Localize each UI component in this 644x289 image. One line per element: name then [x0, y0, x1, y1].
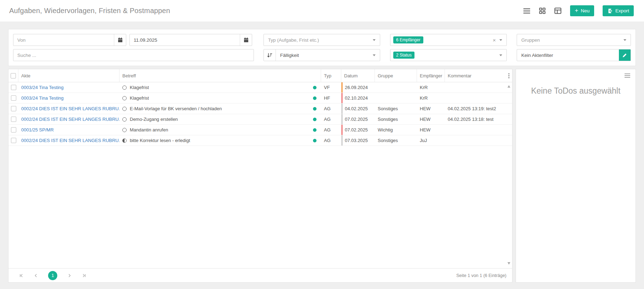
- betreff-cell: Mandantin anrufen: [120, 127, 321, 132]
- export-icon: [607, 8, 613, 14]
- akte-link[interactable]: 0002/24 DIES IST EIN SEHR LANGES RUBRU..…: [21, 117, 120, 122]
- row-checkbox[interactable]: [11, 138, 16, 143]
- column-header-betreff[interactable]: Betreff: [120, 69, 321, 82]
- betreff-text: Demo-Zugang erstellen: [130, 117, 178, 122]
- status-dot: [313, 96, 317, 100]
- datum-cell: 26.09.2024: [341, 82, 375, 93]
- panel-layout-button[interactable]: [554, 7, 562, 14]
- gruppe-cell: Wichtig: [375, 127, 417, 132]
- status-dot: [313, 86, 317, 89]
- row-checkbox[interactable]: [11, 117, 16, 122]
- task-state-icon: [122, 138, 127, 143]
- current-page-badge[interactable]: 1: [48, 271, 57, 280]
- row-checkbox[interactable]: [11, 85, 16, 90]
- next-page-button[interactable]: [67, 273, 72, 278]
- gruppen-select[interactable]: Gruppen: [517, 34, 631, 46]
- table-row[interactable]: 0002/24 DIES IST EIN SEHR LANGES RUBRU..…: [8, 135, 512, 146]
- task-state-icon: [122, 107, 127, 111]
- row-checkbox[interactable]: [11, 127, 16, 132]
- neu-button[interactable]: + Neu: [570, 5, 594, 16]
- betreff-text: Mandantin anrufen: [130, 127, 168, 132]
- search-input[interactable]: [13, 53, 254, 58]
- column-header-akte[interactable]: Akte: [18, 69, 120, 82]
- column-header-gruppe[interactable]: Gruppe: [375, 69, 417, 82]
- column-chooser-button[interactable]: [506, 69, 512, 82]
- datum-text: 07.02.2025: [345, 117, 368, 122]
- task-state-icon: [122, 117, 127, 122]
- von-calendar-button[interactable]: [114, 34, 126, 46]
- scroll-down-icon[interactable]: [507, 262, 510, 265]
- task-state-icon: [122, 96, 127, 100]
- sort-descending-icon: [267, 52, 273, 58]
- bis-date-field[interactable]: [129, 34, 252, 46]
- chevron-right-icon: [67, 273, 72, 278]
- empfaenger-select[interactable]: 6 Empfänger ×: [390, 34, 507, 46]
- export-button[interactable]: Export: [603, 5, 634, 16]
- scroll-up-icon[interactable]: [507, 85, 510, 88]
- search-field[interactable]: [13, 49, 254, 61]
- akte-cell: 0002/24 DIES IST EIN SEHR LANGES RUBRU..…: [18, 138, 120, 143]
- grid-view-button[interactable]: [539, 7, 546, 14]
- akte-link[interactable]: 0003/24 Tina Testing: [21, 95, 64, 101]
- hamburger-icon: [625, 73, 630, 78]
- typ-cell: AG: [321, 127, 341, 132]
- datum-text: 07.03.2025: [345, 138, 368, 143]
- column-header-datum[interactable]: Datum: [341, 69, 375, 82]
- aktenfilter-field[interactable]: Kein Aktenfilter: [517, 49, 631, 61]
- column-header-kommentar[interactable]: Kommentar: [445, 69, 506, 82]
- chevron-left-icon: [34, 273, 39, 278]
- neu-button-label: Neu: [581, 8, 590, 13]
- table-row[interactable]: 0003/24 Tina Testing Klagefrist VF 26.09…: [8, 82, 512, 93]
- last-page-button[interactable]: [81, 273, 86, 278]
- grid-icon: [539, 7, 546, 14]
- sort-select[interactable]: Fälligkeit: [263, 49, 380, 61]
- list-view-button[interactable]: [523, 8, 530, 14]
- datum-text: 26.09.2024: [345, 85, 368, 90]
- aktenfilter-edit-button[interactable]: [619, 49, 631, 61]
- typ-cell: AG: [321, 106, 341, 111]
- filter-bar: Typ (Aufgabe, Frist etc.) 6 Empfänger × …: [8, 29, 636, 66]
- table-row[interactable]: 0003/24 Tina Testing Klagefrist HF 02.10…: [8, 93, 512, 104]
- bis-date-input[interactable]: [130, 37, 240, 43]
- datum-text: 04.02.2025: [345, 106, 368, 111]
- empfaenger-tag: 6 Empfänger: [393, 36, 423, 43]
- akte-link[interactable]: 0002/24 DIES IST EIN SEHR LANGES RUBRU..…: [21, 106, 120, 111]
- table-row[interactable]: 0002/24 DIES IST EIN SEHR LANGES RUBRU..…: [8, 104, 512, 114]
- typ-cell: AG: [321, 138, 341, 143]
- prev-page-button[interactable]: [34, 273, 39, 278]
- empty-selection-message: Keine ToDos ausgewählt: [516, 86, 636, 96]
- betreff-text: Klagefrist: [130, 95, 149, 101]
- typ-cell: HF: [321, 95, 341, 101]
- chevron-down-icon: [499, 39, 502, 41]
- akte-link[interactable]: 0001/25 SP/MR: [21, 127, 54, 132]
- pager: 1: [19, 271, 86, 280]
- von-date-input[interactable]: [13, 37, 114, 43]
- betreff-cell: Demo-Zugang erstellen: [120, 117, 321, 122]
- typ-select[interactable]: Typ (Aufgabe, Frist etc.): [263, 34, 380, 46]
- datum-cell: 02.10.2024: [341, 93, 375, 103]
- gruppen-select-placeholder: Gruppen: [517, 37, 544, 43]
- chevron-down-icon: [373, 54, 376, 56]
- clear-icon[interactable]: ×: [492, 37, 497, 43]
- topbar: Aufgaben, Wiedervorlagen, Fristen & Post…: [0, 0, 644, 22]
- table-row[interactable]: 0002/24 DIES IST EIN SEHR LANGES RUBRU..…: [8, 114, 512, 125]
- status-select[interactable]: 2 Status: [390, 49, 507, 61]
- bis-calendar-button[interactable]: [240, 34, 252, 46]
- export-button-label: Export: [615, 8, 629, 13]
- first-page-button[interactable]: [19, 273, 24, 278]
- sort-order-button[interactable]: [264, 49, 276, 61]
- panel-menu-button[interactable]: [625, 73, 630, 78]
- akte-link[interactable]: 0003/24 Tina Testing: [21, 85, 64, 90]
- row-checkbox[interactable]: [11, 95, 16, 101]
- datum-text: 02.10.2024: [345, 95, 368, 101]
- empfaenger-cell: KrR: [417, 95, 445, 101]
- row-checkbox[interactable]: [11, 106, 16, 111]
- select-all-checkbox[interactable]: [11, 73, 16, 78]
- page-summary: Seite 1 von 1 (6 Einträge): [456, 273, 506, 278]
- von-date-field[interactable]: [13, 34, 126, 46]
- column-header-empfaenger[interactable]: Empfänger: [417, 69, 445, 82]
- calendar-icon: [243, 37, 249, 43]
- akte-link[interactable]: 0002/24 DIES IST EIN SEHR LANGES RUBRU..…: [21, 138, 120, 143]
- column-header-typ[interactable]: Typ: [321, 69, 341, 82]
- table-row[interactable]: 0001/25 SP/MR Mandantin anrufen AG 07.02…: [8, 125, 512, 135]
